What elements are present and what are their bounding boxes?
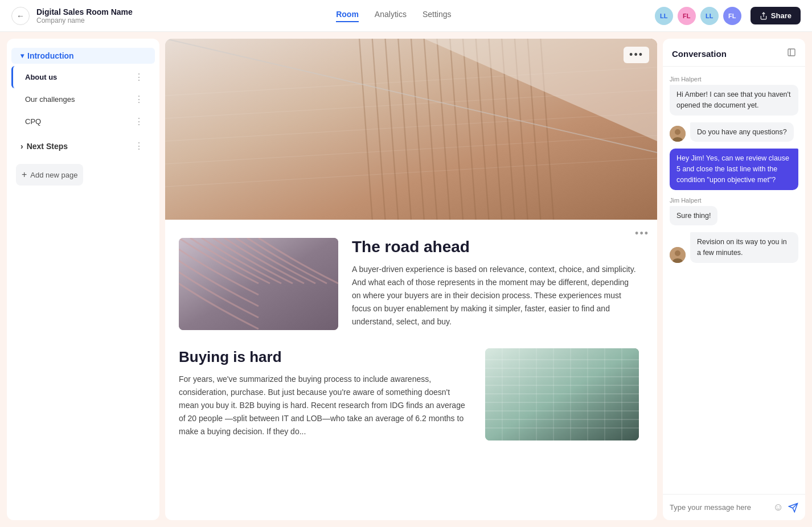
sidebar-section-introduction[interactable]: ▾ Introduction [11, 48, 155, 64]
road-ahead-body: A buyer-driven experience is based on re… [352, 263, 639, 328]
avatar-fl-2[interactable]: FL [723, 7, 741, 25]
buying-image [485, 348, 639, 440]
back-button[interactable]: ← [11, 7, 30, 25]
avatar-jim [670, 126, 686, 142]
sidebar-section-next-steps[interactable]: › Next Steps ⋮ [11, 135, 155, 157]
buying-title: Buying is hard [179, 348, 471, 366]
road-ahead-decoration [179, 238, 338, 330]
messages-area: Jim Halpert Hi Amber! I can see that you… [663, 67, 805, 494]
msg-bubble-5: Revision on its way to you in a few minu… [690, 232, 798, 263]
chevron-down-icon: ▾ [20, 52, 24, 60]
conversation-panel: Conversation Jim Halpert Hi Amber! I can… [663, 39, 805, 520]
share-label: Share [771, 11, 792, 20]
main-layout: ▾ Introduction About us ⋮ Our challenges… [0, 32, 812, 527]
msg-bubble-3: Hey Jim! Yes, can we review clause 5 and… [670, 149, 798, 190]
svg-point-46 [675, 129, 680, 135]
buying-body: For years, we've summarized the buying p… [179, 373, 471, 438]
next-steps-label: Next Steps [27, 142, 68, 151]
our-challenges-more-icon[interactable]: ⋮ [132, 93, 146, 106]
chevron-right-icon: › [20, 142, 23, 151]
message-group-3: Hey Jim! Yes, can we review clause 5 and… [670, 149, 798, 190]
company-name: Company name [36, 17, 133, 24]
msg-with-avatar-2: Do you have any questions? [670, 122, 794, 142]
add-page-label: Add new page [30, 171, 77, 179]
road-ahead-title: The road ahead [352, 238, 639, 256]
msg-sender-4: Jim Halpert [670, 197, 702, 204]
conversation-header: Conversation [663, 39, 805, 67]
svg-rect-25 [485, 348, 639, 440]
avatar-ll-2[interactable]: LL [700, 7, 719, 25]
share-icon [760, 12, 768, 20]
topbar: ← Digital Sales Room Name Company name R… [0, 0, 812, 32]
emoji-button[interactable]: ☺ [773, 501, 784, 513]
next-steps-left: › Next Steps [20, 142, 68, 151]
avatar-jim-2-image [670, 247, 686, 263]
send-button[interactable] [788, 503, 798, 513]
message-group-4: Jim Halpert Sure thing! [670, 197, 798, 226]
msg-bubble-4: Sure thing! [670, 206, 717, 226]
buying-block: Buying is hard For years, we've summariz… [165, 348, 657, 459]
introduction-label: Introduction [27, 51, 74, 60]
buying-decoration [485, 348, 639, 440]
about-us-more-icon[interactable]: ⋮ [132, 71, 146, 84]
svg-rect-43 [788, 49, 795, 56]
sidebar: ▾ Introduction About us ⋮ Our challenges… [7, 39, 159, 520]
cpq-label: CPQ [25, 117, 41, 126]
hero-more-button[interactable]: ••• [624, 47, 649, 63]
sidebar-item-cpq[interactable]: CPQ ⋮ [11, 110, 155, 133]
hero-image [165, 39, 657, 220]
road-ahead-more-button[interactable]: ••• [635, 228, 649, 240]
msg-sender-1: Jim Halpert [670, 76, 702, 83]
message-group-2: Do you have any questions? [670, 122, 798, 142]
tab-room[interactable]: Room [336, 10, 359, 22]
buying-text: Buying is hard For years, we've summariz… [179, 348, 471, 438]
sidebar-item-about-us[interactable]: About us ⋮ [11, 66, 155, 88]
road-ahead-image [179, 238, 338, 330]
tab-analytics[interactable]: Analytics [375, 10, 407, 22]
avatar-jim-image [670, 126, 686, 142]
content-area: ••• [165, 39, 657, 520]
panel-collapse-button[interactable] [787, 48, 796, 59]
sidebar-item-our-challenges[interactable]: Our challenges ⋮ [11, 88, 155, 110]
message-group-5: Revision on its way to you in a few minu… [670, 232, 798, 263]
msg-with-avatar-5: Revision on its way to you in a few minu… [670, 232, 798, 263]
nav-tabs: Room Analytics Settings [336, 10, 451, 22]
hero-decoration [165, 39, 657, 220]
brand-name: Digital Sales Room Name [36, 7, 133, 17]
avatar-ll-1[interactable]: LL [655, 7, 673, 25]
avatar-fl-1[interactable]: FL [678, 7, 696, 25]
share-button[interactable]: Share [751, 7, 801, 24]
topbar-right: LL FL LL FL Share [655, 7, 801, 25]
tab-settings[interactable]: Settings [423, 10, 452, 22]
send-icon [788, 503, 798, 513]
conversation-title: Conversation [672, 49, 727, 59]
msg-bubble-1: Hi Amber! I can see that you haven't ope… [670, 85, 798, 116]
collapse-icon [787, 48, 796, 57]
about-us-label: About us [25, 73, 57, 81]
msg-bubble-2: Do you have any questions? [690, 122, 794, 142]
next-steps-more-icon[interactable]: ⋮ [132, 139, 146, 153]
brand-info: Digital Sales Room Name Company name [36, 7, 133, 24]
message-group-1: Jim Halpert Hi Amber! I can see that you… [670, 76, 798, 116]
cpq-more-icon[interactable]: ⋮ [132, 115, 146, 128]
avatar-jim-2 [670, 247, 686, 263]
road-ahead-block: The road ahead A buyer-driven experience… [165, 220, 657, 348]
message-input-area: ☺ [663, 494, 805, 520]
our-challenges-label: Our challenges [25, 95, 75, 104]
message-input[interactable] [670, 503, 769, 512]
svg-point-49 [675, 250, 680, 256]
topbar-left: ← Digital Sales Room Name Company name [11, 7, 133, 25]
plus-icon: + [22, 170, 27, 180]
add-page-button[interactable]: + Add new page [16, 164, 83, 186]
road-ahead-text: The road ahead A buyer-driven experience… [352, 238, 639, 328]
hero-block: ••• [165, 39, 657, 220]
